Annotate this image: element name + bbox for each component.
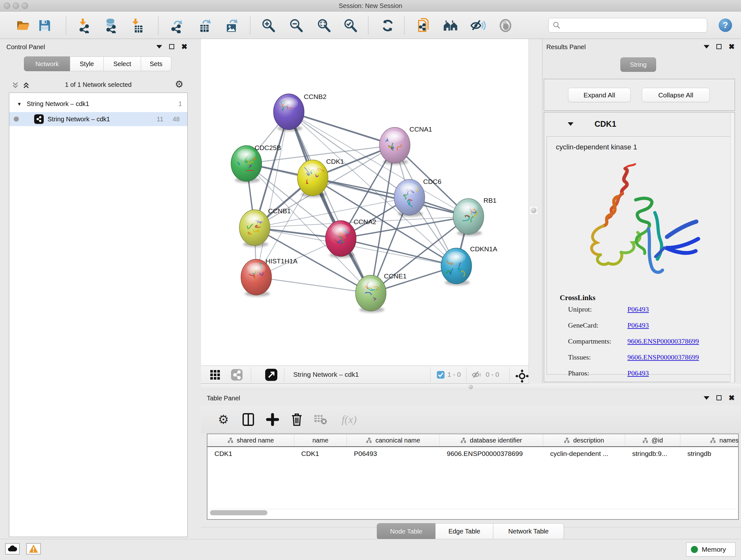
tab-node-table[interactable]: Node Table bbox=[377, 523, 435, 540]
open-session-button[interactable] bbox=[15, 17, 31, 34]
import-table-from-file-button[interactable] bbox=[129, 17, 146, 34]
open-in-window-button[interactable] bbox=[262, 366, 280, 384]
panel-menu-icon[interactable] bbox=[704, 45, 710, 49]
fit-content-button[interactable] bbox=[513, 367, 531, 385]
crosslink-link[interactable]: P06493 bbox=[627, 369, 649, 377]
warnings-button[interactable] bbox=[26, 543, 41, 555]
collapse-triangle-icon[interactable]: ▼ bbox=[17, 101, 22, 107]
collapse-all-button[interactable]: Collapse All bbox=[642, 88, 710, 102]
network-type-button[interactable] bbox=[228, 366, 246, 384]
table-cell[interactable]: stringdb bbox=[680, 448, 739, 460]
delete-table-button[interactable] bbox=[312, 411, 329, 428]
zoom-fit-button[interactable] bbox=[316, 17, 332, 34]
crosslink-link[interactable]: 9606.ENSP00000378699 bbox=[627, 353, 699, 361]
tab-style[interactable]: Style bbox=[70, 57, 104, 71]
selected-items-checkbox[interactable] bbox=[436, 368, 446, 382]
import-network-from-file-button[interactable] bbox=[77, 17, 93, 34]
column-header-namespace[interactable]: namespace bbox=[680, 434, 739, 446]
table-cell[interactable]: stringdb:9... bbox=[625, 448, 680, 460]
grid-icon bbox=[210, 369, 220, 380]
import-string-network-button[interactable] bbox=[416, 17, 433, 34]
help-button[interactable]: ? bbox=[719, 18, 732, 32]
tab-network-table[interactable]: Network Table bbox=[493, 523, 564, 540]
network-canvas[interactable]: CCNB2CCNA1CDC25BCDK1CDC6RB1CCNB1CCNA2CDK… bbox=[201, 39, 529, 366]
memory-label: Memory bbox=[702, 546, 726, 553]
entry-collapse-icon[interactable] bbox=[568, 122, 574, 126]
tab-string[interactable]: String bbox=[620, 57, 656, 72]
string-document-icon bbox=[416, 17, 432, 34]
hidden-items-indicator bbox=[470, 368, 483, 382]
horizontal-splitter[interactable] bbox=[201, 384, 741, 390]
table-cell[interactable]: P06493 bbox=[347, 448, 440, 460]
zoom-selected-button[interactable] bbox=[342, 17, 359, 34]
export-network-button[interactable] bbox=[169, 17, 186, 34]
table-cell[interactable]: CDK1 bbox=[294, 448, 347, 460]
close-panel-icon[interactable]: ✖ bbox=[729, 44, 735, 49]
network-row[interactable]: String Network – cdk1 11 48 bbox=[9, 112, 187, 126]
import-network-from-database-button[interactable] bbox=[103, 17, 119, 34]
apply-layout-button[interactable] bbox=[380, 17, 396, 34]
table-cell[interactable]: 9606.ENSP00000378699 bbox=[440, 448, 543, 460]
table-cell[interactable]: CDK1 bbox=[207, 448, 294, 460]
crosslink-link[interactable]: P06493 bbox=[627, 305, 649, 314]
column-header-database-identifier[interactable]: database identifier bbox=[440, 434, 543, 446]
table-horizontal-scrollbar[interactable] bbox=[209, 509, 737, 516]
show-all-button[interactable] bbox=[497, 17, 514, 34]
svg-text:CCNE1: CCNE1 bbox=[384, 272, 407, 280]
vertical-splitter[interactable] bbox=[529, 39, 542, 384]
float-panel-icon[interactable] bbox=[717, 395, 722, 400]
tab-sets[interactable]: Sets bbox=[141, 57, 172, 71]
network-collection-row[interactable]: ▼ String Network – cdk1 1 bbox=[9, 97, 187, 111]
shared-column-icon bbox=[643, 437, 649, 443]
show-columns-button[interactable] bbox=[239, 411, 257, 428]
delete-column-button[interactable] bbox=[288, 411, 306, 428]
graph-node-RB1 bbox=[453, 199, 484, 236]
tab-select[interactable]: Select bbox=[104, 57, 141, 71]
hide-selected-button[interactable] bbox=[469, 17, 486, 34]
column-header-name[interactable]: name bbox=[294, 434, 347, 446]
float-panel-icon[interactable] bbox=[169, 44, 174, 49]
column-header-description[interactable]: description bbox=[543, 434, 625, 446]
column-header-canonical-name[interactable]: canonical name bbox=[347, 434, 440, 446]
zoom-in-button[interactable] bbox=[260, 17, 277, 34]
scrollbar-thumb[interactable] bbox=[210, 510, 267, 515]
panel-menu-icon[interactable] bbox=[156, 45, 162, 49]
float-panel-icon[interactable] bbox=[717, 44, 722, 49]
save-session-button[interactable] bbox=[37, 17, 53, 34]
shared-column-icon bbox=[710, 437, 716, 443]
close-panel-icon[interactable]: ✖ bbox=[181, 44, 187, 49]
network-label: String Network – cdk1 bbox=[48, 116, 110, 123]
node-entry-header[interactable]: CDK1 bbox=[544, 112, 735, 136]
expand-all-button[interactable]: Expand All bbox=[568, 88, 630, 102]
results-scrollbar[interactable] bbox=[730, 113, 734, 382]
table-options-button[interactable]: ⚙ bbox=[214, 411, 232, 428]
splitter-handle[interactable] bbox=[529, 206, 538, 215]
create-column-button[interactable] bbox=[264, 411, 281, 428]
apply-function-button[interactable]: f(x) bbox=[336, 411, 362, 428]
node-table: shared namenamecanonical namedatabase id… bbox=[207, 434, 739, 520]
close-panel-icon[interactable]: ✖ bbox=[729, 395, 735, 400]
tab-edge-table[interactable]: Edge Table bbox=[435, 523, 493, 540]
table-cell[interactable]: cyclin-dependent ... bbox=[543, 448, 625, 460]
string-home-button[interactable] bbox=[442, 17, 459, 34]
eye-slash-small-icon bbox=[471, 369, 482, 381]
cloud-status-button[interactable] bbox=[5, 543, 20, 555]
search-field[interactable] bbox=[548, 18, 707, 33]
table-row[interactable]: CDK1CDK1P064939606.ENSP00000378699cyclin… bbox=[207, 448, 739, 460]
network-options-gear-icon[interactable]: ⚙ bbox=[175, 78, 184, 90]
network-graph[interactable]: CCNB2CCNA1CDC25BCDK1CDC6RB1CCNB1CCNA2CDK… bbox=[201, 39, 529, 366]
export-table-button[interactable] bbox=[197, 17, 213, 34]
crosslink-link[interactable]: P06493 bbox=[627, 321, 649, 329]
column-header-shared-name[interactable]: shared name bbox=[207, 434, 294, 446]
birds-eye-view-button[interactable] bbox=[206, 366, 224, 384]
export-image-button[interactable] bbox=[223, 17, 240, 34]
search-input[interactable] bbox=[561, 19, 707, 32]
crosslink-link[interactable]: 9606.ENSP00000378699 bbox=[627, 337, 699, 346]
column-header--id[interactable]: @id bbox=[625, 434, 680, 446]
splitter-handle[interactable] bbox=[468, 385, 473, 389]
tab-network[interactable]: Network bbox=[24, 57, 70, 71]
svg-text:CDC25B: CDC25B bbox=[255, 144, 281, 151]
memory-button[interactable]: Memory bbox=[686, 543, 736, 557]
zoom-out-button[interactable] bbox=[288, 17, 305, 34]
panel-menu-icon[interactable] bbox=[704, 396, 710, 400]
